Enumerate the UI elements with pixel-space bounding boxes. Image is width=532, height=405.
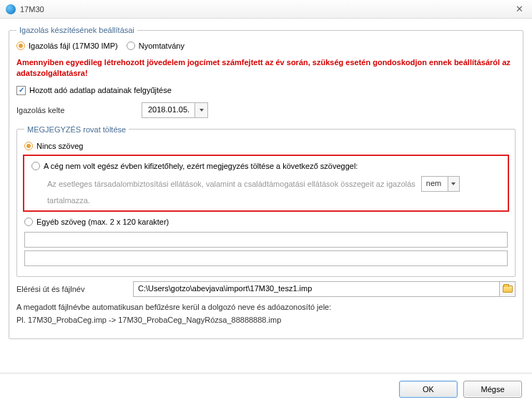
radio-note-not-payer[interactable]: A cég nem volt egész évben kifizetőhely,… bbox=[31, 162, 358, 170]
chevron-down-icon bbox=[451, 182, 455, 185]
note-legend: MEGJEGYZÉS rovat töltése bbox=[24, 125, 129, 134]
radio-dot-icon bbox=[24, 142, 33, 150]
path-label: Elérési út és fájlnév bbox=[16, 285, 127, 293]
radio-print-option[interactable]: Nyomtatvány bbox=[127, 42, 184, 50]
radio-note-not-payer-label: A cég nem volt egész évben kifizetőhely,… bbox=[44, 162, 358, 170]
radio-note-other-label: Egyéb szöveg (max. 2 x 120 karakter) bbox=[36, 218, 169, 226]
sub-text-pre: Az esetleges társadalombiztosítási ellát… bbox=[47, 180, 415, 188]
folder-icon bbox=[503, 286, 513, 293]
radio-file-option[interactable]: Igazolás fájl (17M30 IMP) bbox=[16, 42, 118, 50]
sub-text-post: tartalmazza. bbox=[47, 196, 90, 205]
note-group: MEGJEGYZÉS rovat töltése Nincs szöveg A … bbox=[16, 125, 516, 277]
date-input[interactable]: 2018.01.05. bbox=[142, 102, 208, 118]
radio-dot-icon bbox=[24, 218, 33, 226]
checkbox-collect-label: Hozott adó adatlap adatainak felgyűjtése bbox=[29, 86, 172, 94]
radio-note-other[interactable]: Egyéb szöveg (max. 2 x 120 karakter) bbox=[24, 218, 169, 226]
date-value[interactable]: 2018.01.05. bbox=[142, 102, 195, 118]
date-dropdown-button[interactable] bbox=[195, 102, 208, 118]
radio-dot-icon bbox=[127, 42, 135, 50]
other-text-line2[interactable] bbox=[24, 250, 508, 266]
filename-info: A megadott fájlnévbe automatikusan befűz… bbox=[16, 303, 516, 311]
radio-note-none[interactable]: Nincs szöveg bbox=[24, 142, 83, 150]
date-label: Igazolás kelte bbox=[16, 106, 127, 114]
contains-select-button[interactable] bbox=[448, 176, 460, 192]
filename-example: Pl. 17M30_ProbaCeg.imp -> 17M30_ProbaCeg… bbox=[16, 316, 516, 324]
radio-dot-icon bbox=[16, 42, 25, 50]
ok-button[interactable]: OK bbox=[399, 381, 458, 398]
other-text-line1[interactable] bbox=[24, 232, 508, 248]
chevron-down-icon bbox=[200, 109, 204, 112]
browse-button[interactable] bbox=[500, 281, 516, 297]
warning-text: Amennyiben egyedileg létrehozott jövedel… bbox=[16, 57, 516, 79]
app-icon bbox=[6, 4, 16, 14]
contains-select-value: nem bbox=[421, 176, 448, 192]
contains-select[interactable]: nem bbox=[421, 176, 460, 192]
checkbox-collect[interactable] bbox=[16, 86, 26, 95]
button-bar: OK Mégse bbox=[0, 373, 532, 405]
radio-dot-icon bbox=[31, 162, 40, 170]
radio-file-label: Igazolás fájl (17M30 IMP) bbox=[29, 42, 118, 50]
title-bar: 17M30 ✕ bbox=[0, 0, 532, 19]
cancel-button[interactable]: Mégse bbox=[463, 381, 522, 398]
highlighted-option: A cég nem volt egész évben kifizetőhely,… bbox=[23, 155, 509, 212]
window-title: 17M30 bbox=[20, 5, 513, 14]
settings-legend: Igazolás készítésének beállításai bbox=[16, 26, 137, 34]
radio-print-label: Nyomtatvány bbox=[139, 42, 184, 50]
settings-group: Igazolás készítésének beállításai Igazol… bbox=[9, 26, 523, 339]
radio-note-none-label: Nincs szöveg bbox=[36, 142, 83, 150]
path-input[interactable]: C:\Users\gotzo\abevjava\import\17M30_tes… bbox=[133, 281, 500, 297]
close-icon[interactable]: ✕ bbox=[513, 4, 526, 14]
